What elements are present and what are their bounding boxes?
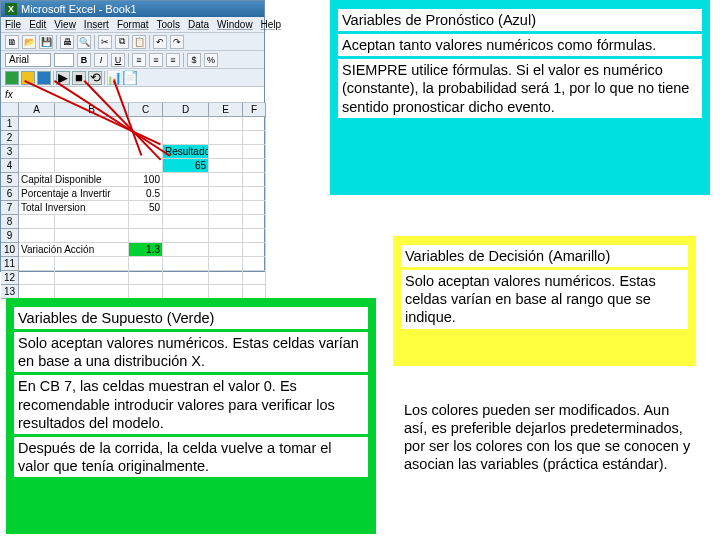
cell[interactable] <box>209 117 243 131</box>
font-name[interactable]: Arial <box>5 53 51 67</box>
cell[interactable] <box>129 117 163 131</box>
cell[interactable]: Porcentaje a Invertir <box>19 187 129 201</box>
cb-assumption-icon[interactable] <box>5 71 19 85</box>
cell[interactable] <box>55 257 129 271</box>
cell[interactable] <box>243 173 266 187</box>
col-header[interactable]: E <box>209 103 243 117</box>
cell[interactable] <box>209 131 243 145</box>
cell[interactable]: 100 <box>129 173 163 187</box>
cell[interactable] <box>243 257 266 271</box>
cell[interactable] <box>209 229 243 243</box>
cb-reset-icon[interactable]: ⟲ <box>88 71 102 85</box>
cell[interactable] <box>163 243 209 257</box>
col-header[interactable]: A <box>19 103 55 117</box>
menu-help[interactable]: Help <box>261 19 282 30</box>
standard-toolbar[interactable]: 🗎 📂 💾 🖶 🔍 ✂ ⧉ 📋 ↶ ↷ <box>1 33 264 51</box>
cell[interactable] <box>55 159 129 173</box>
cell[interactable] <box>209 285 243 299</box>
cell[interactable] <box>209 173 243 187</box>
cell[interactable] <box>19 215 55 229</box>
cell[interactable] <box>129 229 163 243</box>
crystalball-toolbar[interactable]: ▶ ■ ⟲ 📊 📄 <box>1 69 264 87</box>
col-header[interactable]: D <box>163 103 209 117</box>
cell[interactable] <box>243 285 266 299</box>
row-header[interactable]: 13 <box>1 285 19 299</box>
corner-cell[interactable] <box>1 103 19 117</box>
cell[interactable] <box>163 229 209 243</box>
align-left-icon[interactable]: ≡ <box>132 53 146 67</box>
cb-forecast-icon[interactable] <box>37 71 51 85</box>
cell[interactable] <box>19 131 55 145</box>
cell[interactable] <box>163 215 209 229</box>
cell[interactable] <box>129 215 163 229</box>
cell[interactable] <box>19 159 55 173</box>
cell[interactable] <box>129 271 163 285</box>
row-header[interactable]: 7 <box>1 201 19 215</box>
menu-edit[interactable]: Edit <box>29 19 46 30</box>
cell[interactable] <box>55 131 129 145</box>
cell[interactable] <box>129 285 163 299</box>
row-header[interactable]: 10 <box>1 243 19 257</box>
cell[interactable] <box>19 229 55 243</box>
cell[interactable] <box>55 229 129 243</box>
cell[interactable] <box>243 229 266 243</box>
cell[interactable] <box>209 187 243 201</box>
align-center-icon[interactable]: ≡ <box>149 53 163 67</box>
font-size[interactable] <box>54 53 74 67</box>
currency-icon[interactable]: $ <box>187 53 201 67</box>
cell[interactable] <box>129 257 163 271</box>
cell[interactable] <box>163 173 209 187</box>
cell[interactable] <box>19 257 55 271</box>
open-icon[interactable]: 📂 <box>22 35 36 49</box>
cell[interactable] <box>243 243 266 257</box>
redo-icon[interactable]: ↷ <box>170 35 184 49</box>
align-right-icon[interactable]: ≡ <box>166 53 180 67</box>
menu-insert[interactable]: Insert <box>84 19 109 30</box>
cell[interactable] <box>209 257 243 271</box>
cell[interactable] <box>243 131 266 145</box>
cell[interactable] <box>243 117 266 131</box>
cell[interactable] <box>55 145 129 159</box>
cell[interactable] <box>163 271 209 285</box>
row-header[interactable]: 4 <box>1 159 19 173</box>
cell[interactable] <box>55 285 129 299</box>
cell[interactable] <box>209 215 243 229</box>
cell[interactable] <box>19 271 55 285</box>
col-header[interactable]: F <box>243 103 266 117</box>
row-header[interactable]: 11 <box>1 257 19 271</box>
cell[interactable]: Capital Disponible <box>19 173 129 187</box>
cell[interactable] <box>163 117 209 131</box>
cell[interactable] <box>163 187 209 201</box>
print-icon[interactable]: 🖶 <box>60 35 74 49</box>
cell[interactable] <box>243 145 266 159</box>
cb-report-icon[interactable]: 📄 <box>123 71 137 85</box>
cell[interactable] <box>163 285 209 299</box>
bold-icon[interactable]: B <box>77 53 91 67</box>
preview-icon[interactable]: 🔍 <box>77 35 91 49</box>
cell[interactable] <box>243 201 266 215</box>
cell[interactable] <box>243 271 266 285</box>
col-header[interactable]: C <box>129 103 163 117</box>
cell[interactable] <box>209 271 243 285</box>
menu-data[interactable]: Data <box>188 19 209 30</box>
cell[interactable] <box>19 117 55 131</box>
cell[interactable]: Resultado <box>163 145 209 159</box>
cell[interactable] <box>209 243 243 257</box>
row-header[interactable]: 6 <box>1 187 19 201</box>
paste-icon[interactable]: 📋 <box>132 35 146 49</box>
row-header[interactable]: 5 <box>1 173 19 187</box>
excel-menubar[interactable]: File Edit View Insert Format Tools Data … <box>1 17 264 33</box>
cell[interactable] <box>163 201 209 215</box>
cell[interactable] <box>209 145 243 159</box>
cell[interactable] <box>163 131 209 145</box>
undo-icon[interactable]: ↶ <box>153 35 167 49</box>
menu-tools[interactable]: Tools <box>157 19 180 30</box>
row-header[interactable]: 8 <box>1 215 19 229</box>
cell[interactable] <box>243 159 266 173</box>
cell[interactable]: 1.3 <box>129 243 163 257</box>
cell[interactable] <box>209 159 243 173</box>
cell[interactable] <box>129 159 163 173</box>
new-icon[interactable]: 🗎 <box>5 35 19 49</box>
menu-file[interactable]: File <box>5 19 21 30</box>
copy-icon[interactable]: ⧉ <box>115 35 129 49</box>
